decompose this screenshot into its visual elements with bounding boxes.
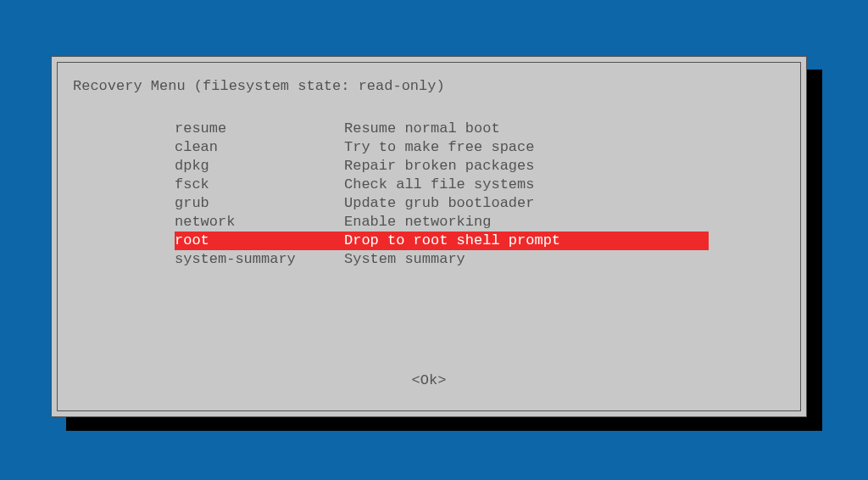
menu-item-network[interactable]: network Enable networking (175, 213, 709, 232)
dialog-inner: Recovery Menu (filesystem state: read-on… (57, 62, 801, 411)
menu-item-clean[interactable]: clean Try to make free space (175, 138, 709, 157)
menu-item-desc: Repair broken packages (344, 157, 709, 176)
menu-item-grub[interactable]: grub Update grub bootloader (175, 194, 709, 213)
menu-list[interactable]: resume Resume normal boot clean Try to m… (73, 120, 800, 269)
menu-item-system-summary[interactable]: system-summary System summary (175, 250, 709, 269)
dialog-title: Recovery Menu (filesystem state: read-on… (73, 78, 800, 94)
menu-item-root[interactable]: root Drop to root shell prompt (175, 232, 709, 250)
recovery-dialog: Recovery Menu (filesystem state: read-on… (51, 56, 807, 417)
ok-button[interactable]: <Ok> (58, 372, 800, 388)
menu-item-key: clean (175, 138, 344, 157)
menu-item-fsck[interactable]: fsck Check all file systems (175, 176, 709, 194)
menu-item-desc: Check all file systems (344, 176, 709, 194)
menu-item-desc: Enable networking (344, 213, 709, 232)
menu-item-desc: System summary (344, 250, 709, 269)
menu-item-desc: Try to make free space (344, 138, 709, 157)
menu-item-key: fsck (175, 176, 344, 194)
menu-item-resume[interactable]: resume Resume normal boot (175, 120, 709, 138)
menu-item-desc: Update grub bootloader (344, 194, 709, 213)
menu-item-desc: Drop to root shell prompt (344, 232, 709, 250)
menu-item-key: dpkg (175, 157, 344, 176)
menu-item-key: resume (175, 120, 344, 138)
menu-item-dpkg[interactable]: dpkg Repair broken packages (175, 157, 709, 176)
menu-item-key: network (175, 213, 344, 232)
menu-item-key: system-summary (175, 250, 344, 269)
menu-item-desc: Resume normal boot (344, 120, 709, 138)
menu-item-key: grub (175, 194, 344, 213)
menu-item-key: root (175, 232, 344, 250)
